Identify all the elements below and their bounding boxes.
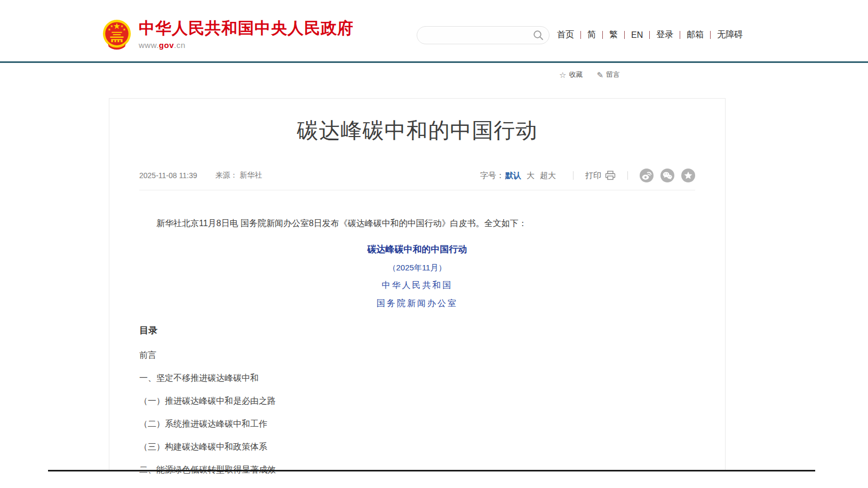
article-title: 碳达峰碳中和的中国行动 <box>109 116 725 145</box>
window-bottom-edge <box>48 470 815 471</box>
toc-item-1: 一、坚定不移推进碳达峰碳中和 <box>139 374 695 382</box>
pencil-icon: ✎ <box>596 71 603 79</box>
article-date: 2025-11-08 11:39 <box>139 171 197 180</box>
nav-login[interactable]: 登录 <box>656 29 673 41</box>
article-source: 来源： 新华社 <box>215 171 262 180</box>
national-emblem-icon <box>101 19 132 52</box>
toc-item-1-3: （三）构建碳达峰碳中和政策体系 <box>139 443 695 451</box>
font-size-default-button[interactable]: 默认 <box>505 171 521 181</box>
toc-title: 目录 <box>139 324 695 337</box>
print-button[interactable]: 打印 <box>585 171 616 181</box>
message-button[interactable]: ✎ 留言 <box>596 70 620 79</box>
share-icons <box>640 169 695 182</box>
quick-links: ☆ 收藏 ✎ 留言 <box>559 70 620 79</box>
site-url: www.gov.cn <box>139 41 354 50</box>
meta-divider <box>627 171 628 180</box>
document-org-line1: 中华人民共和国 <box>139 280 695 291</box>
search-input[interactable] <box>417 31 533 39</box>
document-title: 碳达峰碳中和的中国行动 <box>139 243 695 255</box>
nav-divider <box>580 31 581 39</box>
url-suffix: .cn <box>174 41 186 50</box>
source-label: 来源： <box>215 171 237 179</box>
search-box[interactable] <box>417 26 550 44</box>
document-org-line2: 国务院新闻办公室 <box>139 298 695 309</box>
favorite-label: 收藏 <box>569 70 583 79</box>
site-header: 中华人民共和国中央人民政府 www.gov.cn 首页 简 繁 EN 登录 邮箱… <box>0 0 868 63</box>
toc-item-1-1: （一）推进碳达峰碳中和是必由之路 <box>139 397 695 405</box>
share-more-star-icon[interactable] <box>681 169 695 182</box>
weibo-share-icon[interactable] <box>640 169 654 182</box>
nav-english[interactable]: EN <box>631 30 643 40</box>
site-logo[interactable]: 中华人民共和国中央人民政府 www.gov.cn <box>101 19 354 52</box>
url-gov: gov <box>159 41 174 50</box>
article-meta-row: 2025-11-08 11:39 来源： 新华社 字号： 默认 大 超大 打印 <box>139 169 695 190</box>
meta-divider <box>573 171 574 180</box>
source-value: 新华社 <box>240 171 262 179</box>
print-label: 打印 <box>585 171 601 181</box>
url-prefix: www. <box>139 41 159 50</box>
top-nav: 首页 简 繁 EN 登录 邮箱 无障碍 <box>557 29 743 41</box>
font-size-xlarge-button[interactable]: 超大 <box>540 171 556 181</box>
nav-divider <box>710 31 711 39</box>
article-card: 碳达峰碳中和的中国行动 2025-11-08 11:39 来源： 新华社 字号：… <box>109 98 726 471</box>
article-body: 新华社北京11月8日电 国务院新闻办公室8日发布《碳达峰碳中和的中国行动》白皮书… <box>139 219 695 488</box>
nav-simplified[interactable]: 简 <box>587 29 596 41</box>
article-meta-left: 2025-11-08 11:39 来源： 新华社 <box>139 171 262 180</box>
nav-divider <box>602 31 603 39</box>
article-meta-right: 字号： 默认 大 超大 打印 <box>480 169 695 182</box>
nav-accessibility[interactable]: 无障碍 <box>717 29 743 41</box>
printer-icon <box>605 171 616 180</box>
nav-divider <box>624 31 625 39</box>
favorite-button[interactable]: ☆ 收藏 <box>559 70 583 79</box>
nav-traditional[interactable]: 繁 <box>609 29 618 41</box>
document-date: （2025年11月） <box>139 263 695 273</box>
nav-divider <box>680 31 680 39</box>
message-label: 留言 <box>606 70 620 79</box>
star-outline-icon: ☆ <box>559 71 566 79</box>
toc-item-1-2: （二）系统推进碳达峰碳中和工作 <box>139 420 695 428</box>
search-icon[interactable] <box>533 30 544 41</box>
nav-home[interactable]: 首页 <box>557 29 574 41</box>
toc-item-foreword: 前言 <box>139 351 695 359</box>
site-title: 中华人民共和国中央人民政府 <box>139 19 354 37</box>
font-size-large-button[interactable]: 大 <box>527 171 535 181</box>
article-intro: 新华社北京11月8日电 国务院新闻办公室8日发布《碳达峰碳中和的中国行动》白皮书… <box>139 219 695 228</box>
nav-divider <box>649 31 650 39</box>
nav-mail[interactable]: 邮箱 <box>687 29 704 41</box>
font-size-label: 字号： <box>480 171 504 181</box>
wechat-share-icon[interactable] <box>660 169 674 182</box>
